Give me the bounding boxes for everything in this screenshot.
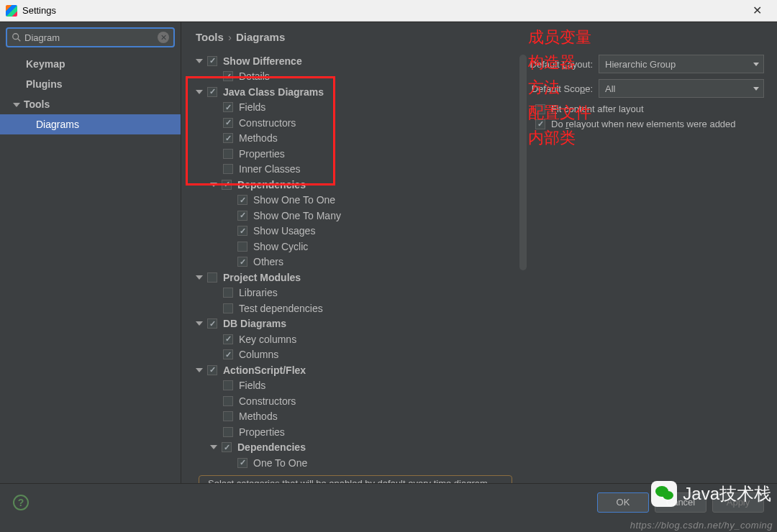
tree-show-one-to-many[interactable]: Show One To Many [190, 208, 527, 224]
scrollbar[interactable] [519, 55, 527, 270]
nav-item-plugins[interactable]: Plugins [0, 74, 181, 94]
clear-icon[interactable]: ✕ [158, 32, 169, 43]
checkbox[interactable] [222, 180, 232, 190]
tree-details[interactable]: Details [190, 69, 527, 85]
default-scope-select[interactable]: All [599, 79, 764, 98]
search-box[interactable]: ✕ [6, 27, 175, 47]
tree-actionscript-flex[interactable]: ActionScript/Flex [190, 362, 527, 378]
checkbox[interactable] [223, 303, 233, 313]
window-body: ✕ Keymap Plugins Tools Diagrams Tools › … [0, 22, 777, 483]
tree-methods[interactable]: Methods [190, 131, 527, 147]
search-icon [12, 32, 22, 42]
nav-item-tools[interactable]: Tools [0, 94, 181, 114]
checkbox[interactable] [222, 442, 232, 452]
tree-key-columns[interactable]: Key columns [190, 331, 527, 347]
checkbox[interactable] [223, 118, 233, 128]
tree-fields[interactable]: Fields [190, 100, 527, 116]
search-input[interactable] [24, 32, 158, 43]
checkbox[interactable] [535, 104, 545, 114]
chevron-down-icon[interactable] [196, 275, 203, 280]
tree-java-class-diagrams[interactable]: Java Class Diagrams [190, 84, 527, 100]
tree-db-diagrams[interactable]: DB Diagrams [190, 316, 527, 332]
checkbox[interactable] [207, 318, 217, 329]
footer: ? OK Cancel Apply [0, 483, 777, 520]
checkbox[interactable] [237, 211, 247, 221]
checkbox[interactable] [223, 396, 233, 406]
chevron-down-icon[interactable] [196, 90, 203, 94]
chevron-down-icon [753, 87, 759, 91]
tree-as-constructors[interactable]: Constructors [190, 393, 527, 409]
checkbox[interactable] [535, 119, 545, 129]
nav-item-keymap[interactable]: Keymap [0, 54, 181, 74]
chevron-down-icon[interactable] [196, 59, 203, 63]
tree-as-one-to-one[interactable]: One To One [190, 455, 527, 471]
checkbox[interactable] [223, 164, 233, 174]
tree-constructors[interactable]: Constructors [190, 115, 527, 131]
tree-pane: Show Difference Details Java Class Diagr… [181, 50, 527, 483]
fit-content-label: Fit content after layout [551, 104, 644, 114]
window-title: Settings [22, 5, 742, 16]
checkbox[interactable] [207, 87, 217, 97]
checkbox[interactable] [207, 272, 217, 283]
checkbox[interactable] [237, 257, 247, 267]
tree-as-fields[interactable]: Fields [190, 378, 527, 394]
chevron-down-icon[interactable] [210, 445, 217, 449]
app-icon [6, 5, 17, 17]
tree-show-difference[interactable]: Show Difference [190, 53, 527, 69]
checkbox[interactable] [223, 133, 233, 143]
checkbox[interactable] [207, 365, 217, 375]
checkbox[interactable] [223, 411, 233, 421]
tree-as-methods[interactable]: Methods [190, 409, 527, 425]
do-relayout-checkbox[interactable]: Do relayout when new elements were added [535, 119, 764, 129]
tree-show-cyclic[interactable]: Show Cyclic [190, 239, 527, 254]
checkbox[interactable] [237, 458, 247, 468]
help-icon[interactable]: ? [13, 495, 29, 510]
titlebar: Settings ✕ [0, 0, 777, 22]
checkbox[interactable] [237, 226, 247, 236]
breadcrumb-parent[interactable]: Tools [196, 31, 224, 43]
ok-button[interactable]: OK [597, 492, 649, 513]
checkbox[interactable] [223, 334, 233, 344]
tree-inner-classes[interactable]: Inner Classes [190, 162, 527, 178]
tree-libraries[interactable]: Libraries [190, 285, 527, 301]
chevron-down-icon[interactable] [196, 368, 203, 372]
checkbox[interactable] [223, 102, 233, 112]
tree-show-one-to-one[interactable]: Show One To One [190, 193, 527, 208]
breadcrumb-current: Diagrams [236, 31, 285, 43]
svg-point-0 [13, 34, 19, 40]
tree-columns[interactable]: Columns [190, 347, 527, 363]
chevron-down-icon[interactable] [196, 321, 203, 326]
checkbox[interactable] [223, 349, 233, 359]
default-scope-label: Default Scope: [527, 83, 599, 94]
tree-as-properties[interactable]: Properties [190, 424, 527, 440]
close-icon[interactable]: ✕ [742, 4, 771, 17]
breadcrumb: Tools › Diagrams [181, 22, 777, 50]
sidebar: ✕ Keymap Plugins Tools Diagrams [0, 22, 181, 483]
apply-button[interactable]: Apply [712, 492, 764, 513]
checkbox[interactable] [223, 427, 233, 437]
nav-item-diagrams[interactable]: Diagrams [0, 114, 181, 134]
checkbox[interactable] [223, 380, 233, 390]
checkbox[interactable] [237, 195, 247, 205]
tree-others[interactable]: Others [190, 254, 527, 270]
tree-as-dependencies[interactable]: Dependencies [190, 440, 527, 456]
checkbox[interactable] [223, 149, 233, 159]
checkbox[interactable] [223, 71, 233, 81]
chevron-down-icon [753, 63, 759, 66]
fit-content-checkbox[interactable]: Fit content after layout [535, 104, 764, 114]
checkbox[interactable] [223, 288, 233, 298]
default-layout-select[interactable]: Hierarchic Group [599, 55, 764, 73]
content-pane: Tools › Diagrams Show Difference Details… [181, 22, 777, 483]
tree-properties[interactable]: Properties [190, 146, 527, 162]
options-pane: Default Layout: Hierarchic Group Default… [527, 50, 777, 483]
tree-project-modules[interactable]: Project Modules [190, 270, 527, 285]
checkbox[interactable] [237, 242, 247, 252]
tree-test-dependencies[interactable]: Test dependencies [190, 301, 527, 316]
watermark-url: https://blog.csdn.net/hy_coming [630, 520, 773, 531]
tree-dependencies[interactable]: Dependencies [190, 177, 527, 193]
cancel-button[interactable]: Cancel [655, 492, 706, 513]
tree-show-usages[interactable]: Show Usages [190, 224, 527, 239]
chevron-down-icon[interactable] [13, 103, 20, 107]
chevron-down-icon[interactable] [210, 183, 217, 187]
checkbox[interactable] [207, 56, 217, 66]
